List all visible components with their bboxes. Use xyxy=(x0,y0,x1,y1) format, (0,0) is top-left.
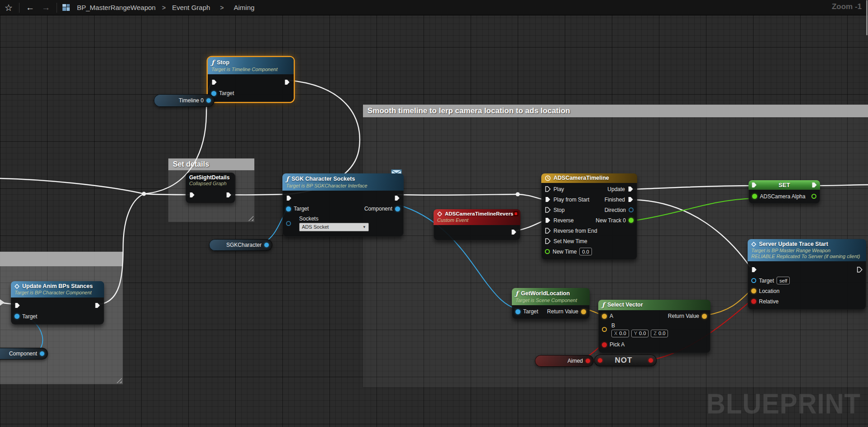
node-sgk-character-sockets[interactable]: ƒ SGK Character Sockets Target is BP SGK… xyxy=(282,173,404,237)
output-pin[interactable] xyxy=(586,359,590,363)
exec-in-pin[interactable] xyxy=(751,182,757,188)
exec-out-pin[interactable] xyxy=(811,182,817,188)
wire-exec-getsightdetails-to-sgk[interactable] xyxy=(230,194,287,195)
chevron-right-icon: > xyxy=(213,4,231,11)
favorite-star-icon[interactable]: ☆ xyxy=(0,2,16,13)
target-pin[interactable] xyxy=(14,314,19,319)
pin-label: Sockets xyxy=(299,216,369,222)
exec-in-pin[interactable] xyxy=(189,192,195,198)
blueprint-graph-canvas[interactable]: Smooth timeline to lerp camera location … xyxy=(0,0,868,427)
target-pin[interactable] xyxy=(286,206,291,211)
alpha-input-pin[interactable] xyxy=(752,194,757,199)
node-title: SGK Character Sockets xyxy=(291,176,355,182)
exec-out-pin[interactable] xyxy=(857,267,863,273)
pin-label: Component xyxy=(364,206,392,212)
new-track-pin[interactable] xyxy=(629,218,634,223)
sockets-pin[interactable] xyxy=(286,221,291,226)
output-pin[interactable] xyxy=(649,358,653,363)
stop-pin[interactable] xyxy=(545,207,551,213)
b-y-value-box[interactable]: Y0.0 xyxy=(631,330,649,337)
input-pin[interactable] xyxy=(598,358,602,363)
output-pin[interactable] xyxy=(40,351,44,356)
wire-exec-finished-to-server[interactable] xyxy=(634,200,750,267)
a-pin[interactable] xyxy=(602,314,607,319)
location-pin[interactable] xyxy=(751,288,756,293)
exec-in-pin[interactable] xyxy=(286,195,292,201)
reroute-node[interactable] xyxy=(142,192,146,196)
wire-exec-updateanim-to-junction[interactable] xyxy=(99,194,144,304)
exec-in-pin[interactable] xyxy=(751,267,757,273)
exec-out-pin[interactable] xyxy=(226,192,232,198)
exec-in-pin[interactable] xyxy=(14,302,20,308)
breadcrumb-event-graph[interactable]: Event Graph xyxy=(169,4,213,11)
node-getworldlocation[interactable]: ƒ GetWorldLocation Target is Scene Compo… xyxy=(512,288,590,319)
output-pin[interactable] xyxy=(264,243,269,247)
play-pin[interactable] xyxy=(545,186,551,192)
forward-arrow-icon[interactable]: → xyxy=(38,3,54,13)
target-pin[interactable] xyxy=(515,309,520,314)
reverse-from-end-pin[interactable] xyxy=(545,228,551,234)
node-getsightdetails[interactable]: GetSightDetails Collapsed Graph xyxy=(186,173,235,203)
exec-in-pin[interactable] xyxy=(211,79,217,85)
breadcrumb-blueprint[interactable]: BP_MasterRangeWeapon xyxy=(74,4,158,11)
exec-out-pin[interactable] xyxy=(511,229,517,235)
wire-selectvector-to-location[interactable] xyxy=(706,290,751,315)
node-not[interactable]: NOT xyxy=(594,355,657,366)
node-server-update-trace-start[interactable]: Server Update Trace Start Target is BP M… xyxy=(748,239,866,310)
new-time-value-box[interactable]: 0.0 xyxy=(579,248,591,255)
wire-exec-sgk-to-junction2[interactable] xyxy=(397,194,518,195)
target-pin[interactable] xyxy=(751,278,756,283)
b-x-value-box[interactable]: X0.0 xyxy=(611,330,629,337)
node-stop[interactable]: ƒ Stop Target is Timeline Component Targ… xyxy=(208,57,294,102)
node-adscameratimelinereverse[interactable]: ADSCameraTimelineReverse Custom Event xyxy=(434,209,520,240)
return-value-pin[interactable] xyxy=(702,314,707,319)
timeline-clock-icon xyxy=(545,175,551,181)
exec-out-pin[interactable] xyxy=(284,79,290,85)
pin-label: Direction xyxy=(605,207,626,213)
wire-exec-update-to-set[interactable] xyxy=(634,186,752,189)
set-new-time-pin[interactable] xyxy=(545,238,551,244)
variable-node-sgkcharacter[interactable]: SGKCharacter xyxy=(209,239,272,251)
node-update-anim-bps-stances[interactable]: Update Anim BPs Stances Target is BP Cha… xyxy=(11,281,104,325)
finished-pin[interactable] xyxy=(628,197,634,202)
target-self-box[interactable]: self xyxy=(777,277,790,284)
vertical-scrollbar[interactable] xyxy=(866,0,868,35)
component-pin[interactable] xyxy=(395,206,400,211)
variable-label: Aimed xyxy=(568,358,583,364)
play-from-start-pin[interactable] xyxy=(545,197,551,202)
node-subtitle: Target is BP SGKCharacter Interface xyxy=(286,183,400,189)
axis-value: 0.0 xyxy=(658,331,665,336)
variable-node-timeline0[interactable]: Timeline 0 xyxy=(154,94,215,107)
exec-out-pin[interactable] xyxy=(394,195,400,201)
node-select-vector[interactable]: ƒ Select Vector A Return Value B X0.0 Y0… xyxy=(598,300,711,353)
update-pin[interactable] xyxy=(628,186,634,192)
b-pin[interactable] xyxy=(602,327,607,332)
wire-exec-left-to-junction[interactable] xyxy=(0,178,144,194)
exec-out-pin[interactable] xyxy=(95,302,100,308)
sockets-dropdown[interactable]: ADS Socket ▼ xyxy=(299,223,369,231)
variable-node-component[interactable]: Component xyxy=(0,348,48,360)
output-pin[interactable] xyxy=(206,98,211,103)
alpha-output-pin[interactable] xyxy=(811,194,816,199)
breadcrumb-aiming[interactable]: Aiming xyxy=(231,4,258,11)
direction-pin[interactable] xyxy=(629,207,634,212)
pin-label: Reverse from End xyxy=(553,228,597,234)
return-value-pin[interactable] xyxy=(581,309,586,314)
replication-badge-icon xyxy=(514,211,518,216)
node-subtitle: RELIABLE Replicated To Server (if owning… xyxy=(751,254,862,259)
variable-label: SGKCharacter xyxy=(226,242,262,248)
variable-node-aimed[interactable]: Aimed xyxy=(535,355,594,367)
relative-pin[interactable] xyxy=(751,299,756,304)
new-time-pin[interactable] xyxy=(545,249,550,254)
reroute-node[interactable] xyxy=(516,192,520,197)
wire-exec-junction-to-getsightdetails[interactable] xyxy=(144,194,190,195)
node-adscameratimeline[interactable]: ADSCameraTimeline Play Update Play from … xyxy=(541,173,637,260)
wire-exec-junction2-to-playfromstart[interactable] xyxy=(518,194,544,200)
wire-exec-set-to-right[interactable] xyxy=(816,185,868,186)
breadcrumb-bar: ☆ ← → BP_MasterRangeWeapon > Event Graph… xyxy=(0,0,868,15)
pick-a-pin[interactable] xyxy=(602,342,607,347)
reverse-pin[interactable] xyxy=(545,217,551,223)
back-arrow-icon[interactable]: ← xyxy=(22,3,38,13)
node-set-adscamera-alpha[interactable]: SET ADSCamera Alpha xyxy=(749,180,820,204)
b-z-value-box[interactable]: Z0.0 xyxy=(651,330,668,337)
